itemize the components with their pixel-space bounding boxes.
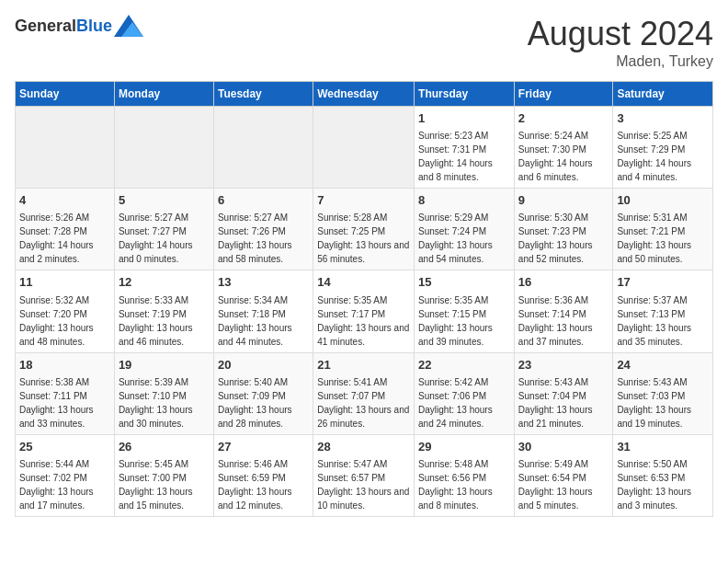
day-cell: 29Sunrise: 5:48 AM Sunset: 6:56 PM Dayli… (415, 434, 515, 516)
day-number: 12 (119, 274, 210, 291)
day-number: 21 (317, 357, 410, 373)
day-number: 10 (617, 192, 709, 209)
day-number: 15 (418, 274, 510, 291)
day-cell: 5Sunrise: 5:27 AM Sunset: 7:27 PM Daylig… (114, 189, 213, 270)
day-info: Sunrise: 5:43 AM Sunset: 7:03 PM Dayligh… (617, 377, 691, 429)
day-info: Sunrise: 5:47 AM Sunset: 6:57 PM Dayligh… (317, 459, 409, 511)
day-cell: 14Sunrise: 5:35 AM Sunset: 7:17 PM Dayli… (313, 270, 415, 352)
day-cell: 26Sunrise: 5:45 AM Sunset: 7:00 PM Dayli… (114, 434, 213, 516)
day-cell (114, 107, 213, 189)
day-number: 5 (119, 192, 210, 209)
day-info: Sunrise: 5:37 AM Sunset: 7:13 PM Dayligh… (617, 295, 691, 347)
day-info: Sunrise: 5:32 AM Sunset: 7:20 PM Dayligh… (19, 295, 94, 347)
day-info: Sunrise: 5:33 AM Sunset: 7:19 PM Dayligh… (119, 295, 193, 347)
day-info: Sunrise: 5:50 AM Sunset: 6:53 PM Dayligh… (617, 459, 691, 511)
col-header-tuesday: Tuesday (213, 82, 313, 107)
day-number: 24 (617, 357, 709, 373)
day-cell: 3Sunrise: 5:25 AM Sunset: 7:29 PM Daylig… (613, 107, 713, 189)
logo: GeneralBlue (15, 15, 143, 37)
day-number: 9 (518, 192, 609, 209)
day-number: 6 (218, 192, 309, 209)
day-info: Sunrise: 5:43 AM Sunset: 7:04 PM Dayligh… (518, 377, 593, 429)
day-cell (313, 107, 415, 189)
day-number: 2 (518, 110, 609, 127)
day-info: Sunrise: 5:44 AM Sunset: 7:02 PM Dayligh… (19, 459, 94, 511)
title-block: August 2024 Maden, Turkey (528, 15, 713, 70)
day-number: 27 (218, 439, 309, 455)
day-number: 19 (119, 357, 210, 373)
day-cell: 13Sunrise: 5:34 AM Sunset: 7:18 PM Dayli… (213, 270, 313, 352)
day-number: 25 (19, 439, 110, 455)
day-info: Sunrise: 5:36 AM Sunset: 7:14 PM Dayligh… (518, 295, 593, 347)
day-cell: 28Sunrise: 5:47 AM Sunset: 6:57 PM Dayli… (313, 434, 415, 516)
week-row-4: 18Sunrise: 5:38 AM Sunset: 7:11 PM Dayli… (16, 352, 713, 434)
day-cell: 2Sunrise: 5:24 AM Sunset: 7:30 PM Daylig… (514, 107, 613, 189)
header-row: SundayMondayTuesdayWednesdayThursdayFrid… (16, 82, 713, 107)
day-info: Sunrise: 5:38 AM Sunset: 7:11 PM Dayligh… (19, 377, 94, 429)
day-cell: 17Sunrise: 5:37 AM Sunset: 7:13 PM Dayli… (613, 270, 713, 352)
day-number: 18 (19, 357, 110, 373)
day-number: 13 (218, 274, 309, 291)
day-number: 31 (617, 439, 709, 455)
month-year: August 2024 (528, 15, 713, 53)
day-info: Sunrise: 5:34 AM Sunset: 7:18 PM Dayligh… (218, 295, 292, 347)
col-header-sunday: Sunday (16, 82, 115, 107)
day-info: Sunrise: 5:25 AM Sunset: 7:29 PM Dayligh… (617, 131, 691, 182)
day-info: Sunrise: 5:27 AM Sunset: 7:27 PM Dayligh… (119, 213, 193, 264)
day-info: Sunrise: 5:26 AM Sunset: 7:28 PM Dayligh… (19, 213, 94, 264)
day-cell: 7Sunrise: 5:28 AM Sunset: 7:25 PM Daylig… (313, 189, 415, 270)
day-info: Sunrise: 5:35 AM Sunset: 7:15 PM Dayligh… (418, 295, 493, 347)
day-cell: 22Sunrise: 5:42 AM Sunset: 7:06 PM Dayli… (415, 352, 515, 434)
day-cell (16, 107, 115, 189)
day-info: Sunrise: 5:30 AM Sunset: 7:23 PM Dayligh… (518, 213, 593, 264)
day-cell (213, 107, 313, 189)
day-number: 23 (518, 357, 609, 373)
day-cell: 31Sunrise: 5:50 AM Sunset: 6:53 PM Dayli… (613, 434, 713, 516)
day-cell: 27Sunrise: 5:46 AM Sunset: 6:59 PM Dayli… (213, 434, 313, 516)
day-cell: 6Sunrise: 5:27 AM Sunset: 7:26 PM Daylig… (213, 189, 313, 270)
day-info: Sunrise: 5:40 AM Sunset: 7:09 PM Dayligh… (218, 377, 292, 429)
day-info: Sunrise: 5:27 AM Sunset: 7:26 PM Dayligh… (218, 213, 292, 264)
day-cell: 21Sunrise: 5:41 AM Sunset: 7:07 PM Dayli… (313, 352, 415, 434)
week-row-3: 11Sunrise: 5:32 AM Sunset: 7:20 PM Dayli… (16, 270, 713, 352)
day-cell: 30Sunrise: 5:49 AM Sunset: 6:54 PM Dayli… (514, 434, 613, 516)
day-info: Sunrise: 5:45 AM Sunset: 7:00 PM Dayligh… (119, 459, 193, 511)
day-number: 29 (418, 439, 510, 455)
col-header-wednesday: Wednesday (313, 82, 415, 107)
day-info: Sunrise: 5:41 AM Sunset: 7:07 PM Dayligh… (317, 377, 409, 429)
col-header-monday: Monday (114, 82, 213, 107)
day-number: 17 (617, 274, 709, 291)
day-cell: 10Sunrise: 5:31 AM Sunset: 7:21 PM Dayli… (613, 189, 713, 270)
day-cell: 9Sunrise: 5:30 AM Sunset: 7:23 PM Daylig… (514, 189, 613, 270)
day-info: Sunrise: 5:42 AM Sunset: 7:06 PM Dayligh… (418, 377, 493, 429)
day-info: Sunrise: 5:46 AM Sunset: 6:59 PM Dayligh… (218, 459, 292, 511)
day-info: Sunrise: 5:31 AM Sunset: 7:21 PM Dayligh… (617, 213, 691, 264)
calendar-table: SundayMondayTuesdayWednesdayThursdayFrid… (15, 81, 713, 517)
day-cell: 23Sunrise: 5:43 AM Sunset: 7:04 PM Dayli… (514, 352, 613, 434)
day-cell: 16Sunrise: 5:36 AM Sunset: 7:14 PM Dayli… (514, 270, 613, 352)
day-cell: 11Sunrise: 5:32 AM Sunset: 7:20 PM Dayli… (16, 270, 115, 352)
day-number: 28 (317, 439, 410, 455)
day-number: 22 (418, 357, 510, 373)
week-row-5: 25Sunrise: 5:44 AM Sunset: 7:02 PM Dayli… (16, 434, 713, 516)
day-number: 26 (119, 439, 210, 455)
location: Maden, Turkey (528, 53, 713, 70)
day-number: 14 (317, 274, 410, 291)
col-header-saturday: Saturday (613, 82, 713, 107)
day-number: 8 (418, 192, 510, 209)
logo-icon (114, 15, 143, 37)
day-number: 30 (518, 439, 609, 455)
day-cell: 19Sunrise: 5:39 AM Sunset: 7:10 PM Dayli… (114, 352, 213, 434)
col-header-friday: Friday (514, 82, 613, 107)
col-header-thursday: Thursday (415, 82, 515, 107)
day-cell: 18Sunrise: 5:38 AM Sunset: 7:11 PM Dayli… (16, 352, 115, 434)
day-number: 20 (218, 357, 309, 373)
day-info: Sunrise: 5:23 AM Sunset: 7:31 PM Dayligh… (418, 131, 493, 182)
day-number: 16 (518, 274, 609, 291)
day-cell: 12Sunrise: 5:33 AM Sunset: 7:19 PM Dayli… (114, 270, 213, 352)
day-number: 7 (317, 192, 410, 209)
day-number: 4 (19, 192, 110, 209)
week-row-1: 1Sunrise: 5:23 AM Sunset: 7:31 PM Daylig… (16, 107, 713, 189)
day-info: Sunrise: 5:24 AM Sunset: 7:30 PM Dayligh… (518, 131, 593, 182)
day-number: 3 (617, 110, 709, 127)
